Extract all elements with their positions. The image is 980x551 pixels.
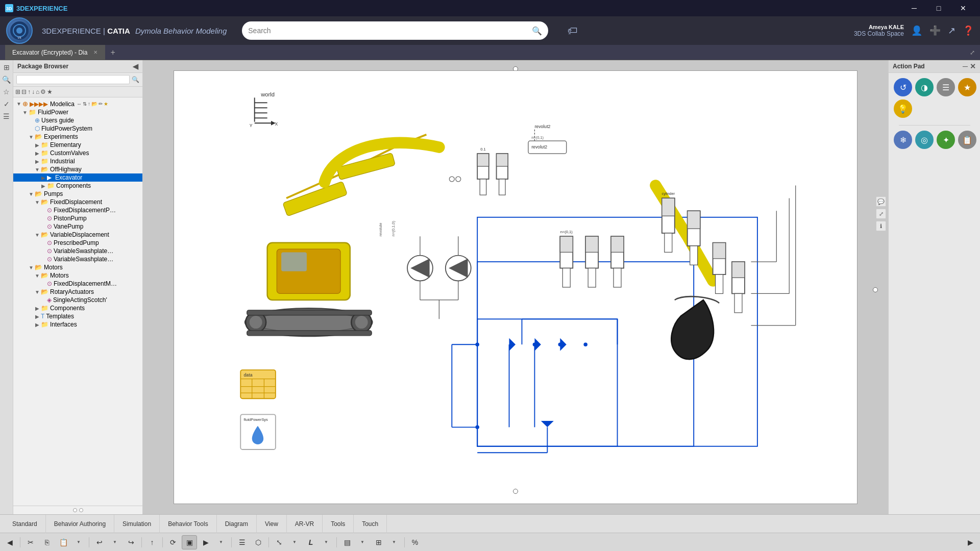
maximize-button[interactable]: □ (927, 0, 950, 16)
tree-node-varswash1[interactable]: ⊙ VariableSwashplate… (13, 247, 142, 255)
ap-btn-idea[interactable]: 💡 (894, 99, 912, 118)
canvas-expand-icon[interactable]: ⤢ (876, 209, 886, 219)
user-icon[interactable]: 👤 (911, 25, 922, 36)
tree-node-vanepump[interactable]: ⊙ VanePump (13, 222, 142, 231)
btab-standard[interactable]: Standard (4, 515, 46, 533)
toolbar-transform-dropdown[interactable]: ▼ (287, 535, 302, 549)
nav-icon-search[interactable]: 🔍 (2, 76, 11, 84)
tree-node-customvalves[interactable]: ▶ 📁 CustomValves (13, 149, 142, 157)
tree-node-components-oh[interactable]: ▶ 📁 Components (13, 182, 142, 190)
toolbar-percent-button[interactable]: % (407, 535, 423, 549)
tree-nav-up[interactable]: ↑ (28, 88, 31, 95)
btab-diagram[interactable]: Diagram (217, 515, 257, 533)
tree-node-fluidpower[interactable]: ▼ 📁 FluidPower (13, 108, 142, 116)
tree-node-templates[interactable]: ▶ T Templates (13, 312, 142, 320)
btab-touch[interactable]: Touch (354, 515, 387, 533)
toolbar-menu-button[interactable]: ☰ (234, 535, 250, 549)
tree-node-fdp[interactable]: ⊙ FixedDisplacementP… (13, 206, 142, 214)
btab-tools[interactable]: Tools (323, 515, 354, 533)
tree-node-usersguide[interactable]: ⊕ Users guide (13, 116, 142, 124)
tree-node-pumps[interactable]: ▼ 📂 Pumps (13, 190, 142, 198)
btab-arvr[interactable]: AR-VR (287, 515, 323, 533)
toolbar-paste-button[interactable]: 📋 (56, 535, 71, 549)
toolbar-grid-dropdown[interactable]: ▼ (386, 535, 402, 549)
ap-btn-toggle[interactable]: ◑ (915, 78, 934, 96)
sidebar-search-icon[interactable]: 🔍 (132, 76, 139, 83)
tab-add-button[interactable]: + (105, 48, 120, 57)
btab-view[interactable]: View (257, 515, 287, 533)
toolbar-ltool-button[interactable]: L (303, 535, 318, 549)
nav-icon-check[interactable]: ✓ (4, 100, 10, 108)
toolbar-upload-button[interactable]: ↑ (144, 535, 160, 549)
ap-btn-favorite[interactable]: ★ (958, 78, 976, 96)
tree-node-offhighway[interactable]: ▼ 📂 OffHighway (13, 165, 142, 173)
ap-btn-export[interactable]: ✦ (937, 131, 955, 149)
search-icon[interactable]: 🔍 (532, 26, 542, 36)
ap-btn-network[interactable]: ❄ (894, 131, 912, 149)
tree-node-experiments[interactable]: ▼ 📂 Experiments (13, 133, 142, 141)
tree-node-elementary[interactable]: ▶ 📁 Elementary (13, 141, 142, 149)
tree-home[interactable]: ⌂ (36, 88, 39, 95)
nav-icon-star[interactable]: ☆ (3, 88, 10, 96)
add-icon[interactable]: ➕ (929, 25, 941, 36)
toolbar-layers-button[interactable]: ▤ (339, 535, 355, 549)
toolbar-copy-button[interactable]: ⎘ (39, 535, 55, 549)
ap-btn-clipboard[interactable]: 📋 (958, 131, 976, 149)
toolbar-layers-dropdown[interactable]: ▼ (355, 535, 370, 549)
toolbar-undo-dropdown[interactable]: ▼ (107, 535, 122, 549)
tree-node-vardisp[interactable]: ▼ 📂 VariableDisplacement (13, 231, 142, 239)
diagram-canvas[interactable]: world Y X (174, 70, 857, 504)
tree-nav-down[interactable]: ↓ (32, 88, 35, 95)
tree-node-fixeddisp[interactable]: ▼ 📂 FixedDisplacement (13, 198, 142, 206)
toolbar-select-button[interactable]: ▣ (182, 535, 197, 549)
canvas-info-icon[interactable]: ℹ (876, 221, 886, 231)
tree-settings[interactable]: ⚙ (40, 88, 46, 95)
tree-node-singleacting[interactable]: ◈ SingleActingScotch' (13, 296, 142, 304)
tree-node-motors[interactable]: ▼ 📂 Motors (13, 271, 142, 280)
btab-simulation[interactable]: Simulation (114, 515, 160, 533)
tree-node-pistonpump[interactable]: ⊙ PistonPump (13, 214, 142, 222)
sidebar-collapse-icon[interactable]: ◀ (133, 62, 138, 70)
btab-behavior-tools[interactable]: Behavior Tools (160, 515, 217, 533)
tab-excavator[interactable]: Excavator (Encrypted) - Dia ✕ (5, 45, 105, 60)
nav-icon-home[interactable]: ⊞ (4, 63, 10, 71)
tree-node-components[interactable]: ▶ 📁 Components (13, 304, 142, 312)
tree-node-modelica[interactable]: ▼ ⊕ ▶▶▶▶ Modelica ↔ ⇅ ↑ 📂 ✏ ★ (13, 99, 142, 108)
toolbar-cycle-button[interactable]: ⟳ (165, 535, 181, 549)
toolbar-run-button[interactable]: ▶ (198, 535, 213, 549)
sidebar-search-input[interactable] (16, 75, 130, 84)
ap-btn-list[interactable]: ☰ (937, 78, 955, 96)
minimize-button[interactable]: ─ (902, 0, 926, 16)
tree-node-rotaryact[interactable]: ▼ 📂 RotaryActuators (13, 288, 142, 296)
tree-node-fdm[interactable]: ⊙ FixedDisplacementM… (13, 280, 142, 288)
toolbar-paste-dropdown[interactable]: ▼ (71, 535, 86, 549)
tree-node-motors-section[interactable]: ▼ 📂 Motors (13, 263, 142, 271)
search-input[interactable] (248, 27, 532, 35)
toolbar-hex-button[interactable]: ⬡ (251, 535, 266, 549)
tree-bookmark[interactable]: ★ (47, 88, 53, 95)
tab-close-icon[interactable]: ✕ (93, 49, 97, 55)
ap-btn-target[interactable]: ◎ (915, 131, 934, 149)
canvas-comment-icon[interactable]: 💬 (876, 196, 886, 207)
tree-expand-all[interactable]: ⊞ (15, 88, 20, 95)
toolbar-run-dropdown[interactable]: ▼ (213, 535, 229, 549)
close-button[interactable]: ✕ (951, 0, 975, 16)
share-icon[interactable]: ↗ (948, 25, 955, 36)
tree-node-industrial[interactable]: ▶ 📁 Industrial (13, 157, 142, 165)
tree-node-fluidpowersystem[interactable]: ⬡ FluidPowerSystem (13, 124, 142, 133)
toolbar-redo-button[interactable]: ↪ (124, 535, 139, 549)
tree-node-interfaces[interactable]: ▶ 📁 Interfaces (13, 320, 142, 329)
nav-icon-list[interactable]: ☰ (3, 112, 10, 120)
ap-btn-refresh[interactable]: ↺ (894, 78, 912, 96)
toolbar-undo-button[interactable]: ↩ (92, 535, 107, 549)
tree-node-varswash2[interactable]: ⊙ VariableSwashplate… (13, 255, 142, 263)
action-pad-minimize[interactable]: ─ (963, 62, 968, 70)
tree-collapse-all[interactable]: ⊟ (21, 88, 27, 95)
toolbar-cut-button[interactable]: ✂ (23, 535, 38, 549)
toolbar-scroll-right[interactable]: ▶ (963, 535, 978, 549)
help-icon[interactable]: ❓ (963, 25, 974, 36)
toolbar-scroll-left[interactable]: ◀ (2, 535, 17, 549)
btab-behavior-authoring[interactable]: Behavior Authoring (46, 515, 114, 533)
tab-expand-icon[interactable]: ⤢ (970, 49, 975, 56)
toolbar-grid-button[interactable]: ⊞ (371, 535, 386, 549)
